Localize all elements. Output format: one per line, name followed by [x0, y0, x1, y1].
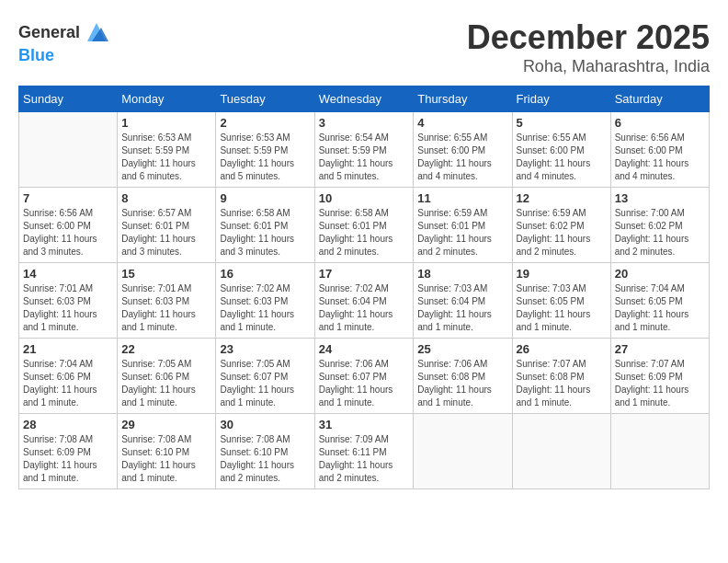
week-row-5: 28Sunrise: 7:08 AMSunset: 6:09 PMDayligh… [19, 414, 710, 489]
day-number: 31 [319, 418, 410, 431]
day-info: Sunrise: 6:54 AMSunset: 5:59 PMDaylight:… [319, 132, 410, 183]
day-cell: 12Sunrise: 6:59 AMSunset: 6:02 PMDayligh… [512, 188, 610, 263]
day-number: 15 [121, 267, 211, 281]
day-number: 25 [417, 342, 507, 356]
day-number: 12 [517, 191, 607, 205]
day-number: 1 [121, 116, 211, 130]
day-info: Sunrise: 7:06 AMSunset: 6:07 PMDaylight:… [319, 358, 410, 409]
day-cell: 2Sunrise: 6:53 AMSunset: 5:59 PMDaylight… [216, 112, 314, 188]
day-number: 17 [319, 267, 410, 281]
day-cell [512, 414, 610, 489]
day-cell: 14Sunrise: 7:01 AMSunset: 6:03 PMDayligh… [19, 263, 118, 339]
day-cell [414, 414, 512, 489]
day-number: 2 [220, 116, 310, 130]
day-info: Sunrise: 7:05 AMSunset: 6:06 PMDaylight:… [121, 358, 211, 409]
day-info: Sunrise: 7:09 AMSunset: 6:11 PMDaylight:… [319, 433, 410, 485]
day-number: 11 [417, 191, 507, 205]
day-cell: 31Sunrise: 7:09 AMSunset: 6:11 PMDayligh… [314, 414, 414, 489]
day-number: 5 [517, 116, 607, 130]
day-info: Sunrise: 6:55 AMSunset: 6:00 PMDaylight:… [517, 132, 607, 183]
day-number: 14 [23, 267, 113, 281]
day-cell: 5Sunrise: 6:55 AMSunset: 6:00 PMDaylight… [512, 112, 610, 188]
weekday-header-sunday: Sunday [19, 86, 118, 112]
day-number: 21 [23, 342, 113, 356]
day-info: Sunrise: 6:59 AMSunset: 6:02 PMDaylight:… [517, 207, 607, 259]
weekday-header-monday: Monday [118, 86, 216, 112]
week-row-4: 21Sunrise: 7:04 AMSunset: 6:06 PMDayligh… [19, 339, 710, 414]
day-info: Sunrise: 7:02 AMSunset: 6:04 PMDaylight:… [319, 282, 410, 334]
day-cell: 16Sunrise: 7:02 AMSunset: 6:03 PMDayligh… [216, 263, 314, 339]
day-number: 26 [517, 342, 607, 356]
day-cell: 11Sunrise: 6:59 AMSunset: 6:01 PMDayligh… [414, 188, 512, 263]
title-area: December 2025 Roha, Maharashtra, India [467, 18, 710, 76]
day-cell: 17Sunrise: 7:02 AMSunset: 6:04 PMDayligh… [314, 263, 414, 339]
day-cell: 30Sunrise: 7:08 AMSunset: 6:10 PMDayligh… [216, 414, 314, 489]
week-row-3: 14Sunrise: 7:01 AMSunset: 6:03 PMDayligh… [19, 263, 710, 339]
day-cell: 15Sunrise: 7:01 AMSunset: 6:03 PMDayligh… [118, 263, 216, 339]
logo-general: General [18, 23, 80, 42]
day-number: 20 [615, 267, 705, 281]
day-number: 4 [417, 116, 507, 130]
day-info: Sunrise: 6:55 AMSunset: 6:00 PMDaylight:… [417, 132, 507, 183]
day-info: Sunrise: 7:06 AMSunset: 6:08 PMDaylight:… [417, 358, 507, 409]
day-number: 28 [23, 418, 113, 431]
day-cell: 27Sunrise: 7:07 AMSunset: 6:09 PMDayligh… [610, 339, 709, 414]
header: General Blue December 2025 Roha, Maharas… [18, 18, 710, 76]
month-title: December 2025 [467, 18, 710, 57]
weekday-header-row: SundayMondayTuesdayWednesdayThursdayFrid… [19, 86, 710, 112]
day-info: Sunrise: 7:01 AMSunset: 6:03 PMDaylight:… [121, 282, 211, 334]
day-info: Sunrise: 7:02 AMSunset: 6:03 PMDaylight:… [220, 282, 310, 334]
day-info: Sunrise: 7:03 AMSunset: 6:04 PMDaylight:… [417, 282, 507, 334]
day-number: 3 [319, 116, 410, 130]
calendar: SundayMondayTuesdayWednesdayThursdayFrid… [18, 86, 710, 489]
day-number: 29 [121, 418, 211, 431]
day-cell: 13Sunrise: 7:00 AMSunset: 6:02 PMDayligh… [610, 188, 709, 263]
day-number: 9 [220, 191, 310, 205]
day-cell: 22Sunrise: 7:05 AMSunset: 6:06 PMDayligh… [118, 339, 216, 414]
logo: General Blue [18, 18, 110, 65]
day-info: Sunrise: 6:56 AMSunset: 6:00 PMDaylight:… [615, 132, 705, 183]
day-number: 27 [615, 342, 705, 356]
day-info: Sunrise: 7:04 AMSunset: 6:05 PMDaylight:… [615, 282, 705, 334]
day-cell: 18Sunrise: 7:03 AMSunset: 6:04 PMDayligh… [414, 263, 512, 339]
location-title: Roha, Maharashtra, India [467, 57, 710, 76]
day-number: 23 [220, 342, 310, 356]
day-cell: 26Sunrise: 7:07 AMSunset: 6:08 PMDayligh… [512, 339, 610, 414]
day-cell: 29Sunrise: 7:08 AMSunset: 6:10 PMDayligh… [118, 414, 216, 489]
day-cell: 3Sunrise: 6:54 AMSunset: 5:59 PMDaylight… [314, 112, 414, 188]
day-cell: 8Sunrise: 6:57 AMSunset: 6:01 PMDaylight… [118, 188, 216, 263]
day-info: Sunrise: 7:07 AMSunset: 6:08 PMDaylight:… [517, 358, 607, 409]
day-number: 8 [121, 191, 211, 205]
day-info: Sunrise: 6:56 AMSunset: 6:00 PMDaylight:… [23, 207, 113, 259]
day-info: Sunrise: 6:53 AMSunset: 5:59 PMDaylight:… [220, 132, 310, 183]
day-cell: 23Sunrise: 7:05 AMSunset: 6:07 PMDayligh… [216, 339, 314, 414]
day-info: Sunrise: 7:05 AMSunset: 6:07 PMDaylight:… [220, 358, 310, 409]
day-cell: 1Sunrise: 6:53 AMSunset: 5:59 PMDaylight… [118, 112, 216, 188]
day-info: Sunrise: 6:58 AMSunset: 6:01 PMDaylight:… [220, 207, 310, 259]
day-info: Sunrise: 6:59 AMSunset: 6:01 PMDaylight:… [417, 207, 507, 259]
day-info: Sunrise: 7:07 AMSunset: 6:09 PMDaylight:… [615, 358, 705, 409]
day-cell: 7Sunrise: 6:56 AMSunset: 6:00 PMDaylight… [19, 188, 118, 263]
day-cell [19, 112, 118, 188]
day-info: Sunrise: 7:08 AMSunset: 6:09 PMDaylight:… [23, 433, 113, 485]
day-number: 18 [417, 267, 507, 281]
weekday-header-friday: Friday [512, 86, 610, 112]
weekday-header-tuesday: Tuesday [216, 86, 314, 112]
day-cell: 9Sunrise: 6:58 AMSunset: 6:01 PMDaylight… [216, 188, 314, 263]
logo-icon [83, 18, 110, 46]
day-number: 6 [615, 116, 705, 130]
day-info: Sunrise: 6:58 AMSunset: 6:01 PMDaylight:… [319, 207, 410, 259]
day-cell: 20Sunrise: 7:04 AMSunset: 6:05 PMDayligh… [610, 263, 709, 339]
weekday-header-thursday: Thursday [414, 86, 512, 112]
day-number: 10 [319, 191, 410, 205]
day-info: Sunrise: 7:08 AMSunset: 6:10 PMDaylight:… [220, 433, 310, 485]
day-cell: 24Sunrise: 7:06 AMSunset: 6:07 PMDayligh… [314, 339, 414, 414]
day-cell: 6Sunrise: 6:56 AMSunset: 6:00 PMDaylight… [610, 112, 709, 188]
day-number: 16 [220, 267, 310, 281]
day-info: Sunrise: 7:01 AMSunset: 6:03 PMDaylight:… [23, 282, 113, 334]
day-number: 13 [615, 191, 705, 205]
day-info: Sunrise: 7:08 AMSunset: 6:10 PMDaylight:… [121, 433, 211, 485]
day-cell [610, 414, 709, 489]
day-info: Sunrise: 6:57 AMSunset: 6:01 PMDaylight:… [121, 207, 211, 259]
day-cell: 21Sunrise: 7:04 AMSunset: 6:06 PMDayligh… [19, 339, 118, 414]
